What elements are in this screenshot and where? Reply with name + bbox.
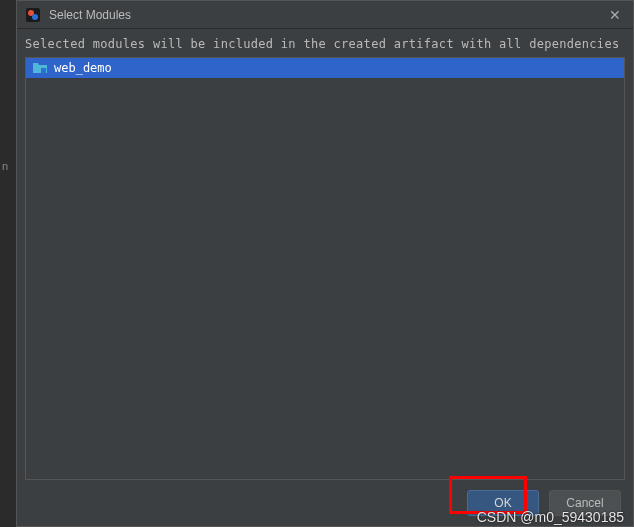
cancel-button[interactable]: Cancel [549,490,621,516]
close-icon[interactable]: ✕ [605,7,625,23]
list-item[interactable]: web_demo [26,58,624,78]
titlebar: Select Modules ✕ [17,1,633,29]
module-icon [32,61,48,75]
dialog-title: Select Modules [49,8,605,22]
svg-point-2 [32,14,38,20]
module-label: web_demo [54,61,112,75]
module-list[interactable]: web_demo [25,57,625,480]
edge-character: n [2,160,8,172]
select-modules-dialog: Select Modules ✕ Selected modules will b… [16,0,634,527]
button-bar: OK Cancel [17,480,633,526]
svg-rect-3 [41,68,46,73]
dialog-description: Selected modules will be included in the… [17,29,633,57]
ok-button[interactable]: OK [467,490,539,516]
app-icon [25,7,41,23]
